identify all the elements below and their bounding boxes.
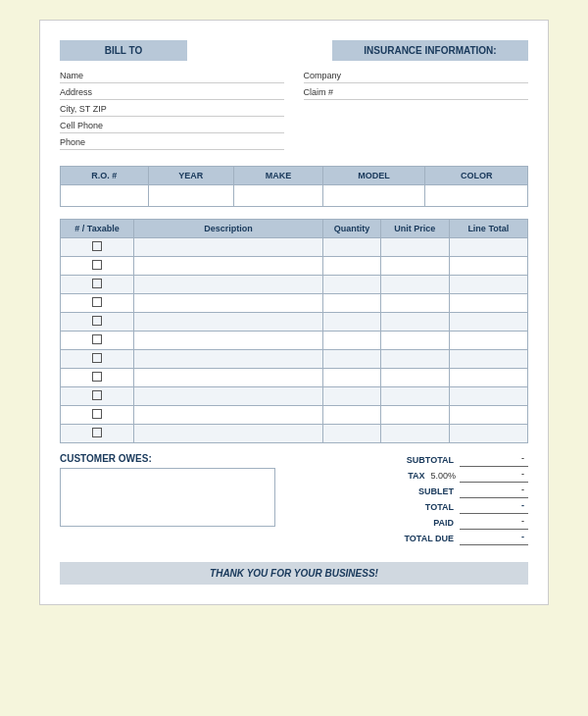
taxable-checkbox[interactable] <box>92 279 102 288</box>
customer-owes-box <box>60 468 275 527</box>
table-row <box>61 350 528 369</box>
items-col-desc: Description <box>134 220 323 238</box>
item-qty-cell <box>322 257 380 276</box>
item-desc-cell <box>134 257 323 276</box>
item-line-cell <box>449 350 527 369</box>
item-desc-cell <box>134 406 323 425</box>
item-num-cell <box>61 313 134 332</box>
item-desc-cell <box>134 238 323 257</box>
taxable-checkbox[interactable] <box>92 316 102 326</box>
item-line-cell <box>449 257 527 276</box>
item-unit-cell <box>380 313 449 332</box>
insurance-header: INSURANCE INFORMATION: <box>332 40 528 61</box>
item-qty-cell <box>322 276 380 294</box>
table-row <box>61 387 528 406</box>
item-num-cell <box>61 294 134 313</box>
table-row <box>61 313 528 332</box>
total-row: TOTAL - <box>294 500 528 514</box>
item-unit-cell <box>380 387 449 406</box>
taxable-checkbox[interactable] <box>92 260 102 270</box>
table-row <box>61 332 528 350</box>
taxable-checkbox[interactable] <box>92 428 102 437</box>
taxable-checkbox[interactable] <box>92 353 102 363</box>
item-unit-cell <box>380 257 449 276</box>
total-value: - <box>460 500 528 514</box>
item-desc-cell <box>134 294 323 313</box>
vehicle-col-ro: R.O. # <box>61 167 149 185</box>
vehicle-col-model: MODEL <box>322 167 425 185</box>
table-row <box>61 406 528 425</box>
item-desc-cell <box>134 313 323 332</box>
item-line-cell <box>449 313 527 332</box>
invoice-page: BILL TO INSURANCE INFORMATION: Name Addr… <box>39 20 549 605</box>
item-qty-cell <box>322 369 380 387</box>
subtotal-row: SUBTOTAL - <box>294 453 528 467</box>
item-line-cell <box>449 387 527 406</box>
item-desc-cell <box>134 369 323 387</box>
item-qty-cell <box>322 332 380 350</box>
field-phone: Phone <box>60 137 284 150</box>
paid-value: - <box>460 516 528 530</box>
items-col-qty: Quantity <box>322 220 380 238</box>
taxable-checkbox[interactable] <box>92 390 102 400</box>
table-row <box>61 257 528 276</box>
footer: THANK YOU FOR YOUR BUSINESS! <box>60 562 528 585</box>
item-num-cell <box>61 425 134 443</box>
item-qty-cell <box>322 350 380 369</box>
table-row <box>61 294 528 313</box>
header-section: BILL TO INSURANCE INFORMATION: <box>60 40 528 61</box>
taxable-checkbox[interactable] <box>92 334 102 344</box>
bottom-section: CUSTOMER OWES: SUBTOTAL - TAX 5.00% - SU… <box>60 453 528 547</box>
item-desc-cell <box>134 350 323 369</box>
item-line-cell <box>449 369 527 387</box>
customer-owes-section: CUSTOMER OWES: <box>60 453 284 547</box>
taxable-checkbox[interactable] <box>92 241 102 251</box>
taxable-checkbox[interactable] <box>92 297 102 307</box>
item-qty-cell <box>322 238 380 257</box>
tax-row: TAX 5.00% - <box>294 469 528 483</box>
item-unit-cell <box>380 406 449 425</box>
field-city: City, ST ZIP <box>60 104 284 117</box>
customer-owes-label: CUSTOMER OWES: <box>60 453 284 464</box>
vehicle-col-color: COLOR <box>425 167 528 185</box>
insurance-fields: Company Claim # <box>304 71 528 154</box>
table-row <box>61 425 528 443</box>
totals-section: SUBTOTAL - TAX 5.00% - SUBLET - TOTAL - … <box>294 453 528 547</box>
taxable-checkbox[interactable] <box>92 409 102 419</box>
item-desc-cell <box>134 332 323 350</box>
item-num-cell <box>61 350 134 369</box>
taxable-checkbox[interactable] <box>92 372 102 382</box>
vehicle-cell-make <box>234 185 323 207</box>
bill-to-header: BILL TO <box>60 40 187 61</box>
vehicle-cell-color <box>425 185 528 207</box>
item-num-cell <box>61 369 134 387</box>
tax-rate: 5.00% <box>430 471 460 481</box>
item-qty-cell <box>322 425 380 443</box>
total-due-row: TOTAL DUE - <box>294 532 528 545</box>
sublet-label: SUBLET <box>381 486 460 496</box>
item-desc-cell <box>134 276 323 294</box>
item-line-cell <box>449 425 527 443</box>
item-unit-cell <box>380 350 449 369</box>
table-row <box>61 369 528 387</box>
field-name: Name <box>60 71 284 83</box>
total-label: TOTAL <box>381 502 460 512</box>
item-unit-cell <box>380 294 449 313</box>
item-qty-cell <box>322 294 380 313</box>
item-num-cell <box>61 332 134 350</box>
info-columns: Name Address City, ST ZIP Cell Phone Pho… <box>60 71 528 154</box>
field-company: Company <box>304 71 528 83</box>
item-num-cell <box>61 406 134 425</box>
item-unit-cell <box>380 332 449 350</box>
items-col-unit: Unit Price <box>380 220 449 238</box>
subtotal-label: SUBTOTAL <box>381 455 460 465</box>
vehicle-col-year: YEAR <box>148 167 233 185</box>
field-claim: Claim # <box>304 87 528 100</box>
paid-label: PAID <box>381 518 460 528</box>
item-unit-cell <box>380 276 449 294</box>
items-table: # / Taxable Description Quantity Unit Pr… <box>60 219 528 443</box>
bill-to-fields: Name Address City, ST ZIP Cell Phone Pho… <box>60 71 284 154</box>
item-num-cell <box>61 238 134 257</box>
item-line-cell <box>449 406 527 425</box>
vehicle-cell-ro <box>61 185 149 207</box>
